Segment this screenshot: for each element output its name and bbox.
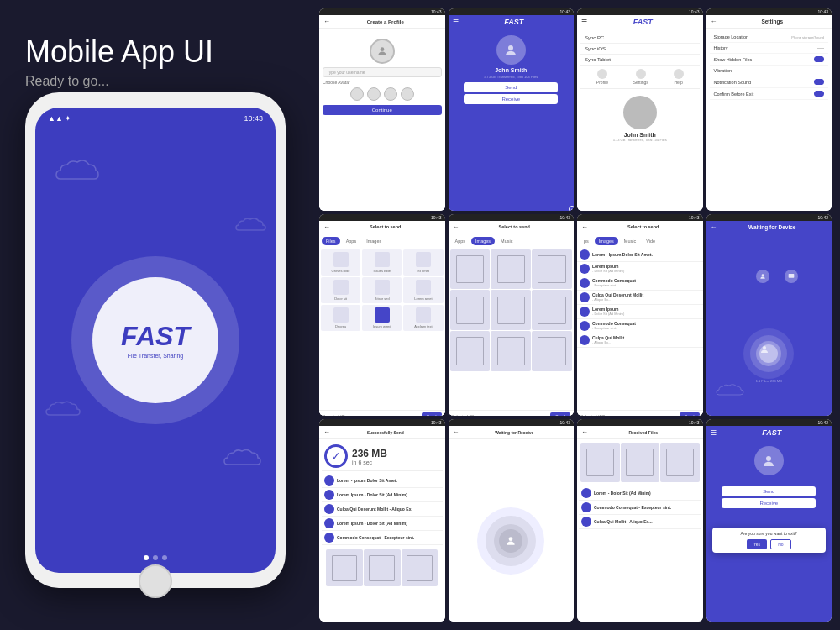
s6-send-button[interactable]: Send	[550, 412, 570, 416]
settings-hidden-toggle[interactable]	[814, 56, 824, 62]
sync-nav-help[interactable]: Help	[674, 69, 684, 85]
s5-file-5[interactable]: Bitsur sed	[362, 277, 402, 303]
s7-music-1[interactable]: Lorem - Ipsum Dolor Sit Amet.	[577, 248, 703, 262]
s11-back-icon[interactable]: ←	[581, 428, 588, 436]
screen-waiting-receive: 10:43 ← Waiting for Receive	[449, 419, 575, 622]
s7-music-7[interactable]: Culpa Qui Mollit - Aliqup Ex...	[577, 333, 703, 348]
s5-tab-files[interactable]: Files	[322, 237, 340, 245]
s12-yes-button[interactable]: Yes	[747, 539, 767, 549]
s7-music-2[interactable]: Lorem Ipsum - Dolor Sit (Ad Minim)	[577, 262, 703, 276]
s7-music-3[interactable]: Commodo Consequat - Excepteur sint.	[577, 276, 703, 291]
s1-avatar	[370, 39, 395, 64]
s7-music-text-4: Culpa Qui Deserunt Mollit - Aliquo Ex...	[592, 292, 701, 302]
s12-menu-icon[interactable]: ☰	[711, 429, 717, 437]
s7-music-icon-1	[580, 249, 590, 260]
s6-img-2[interactable]	[491, 249, 531, 290]
s6-img-5[interactable]	[491, 290, 531, 330]
s7-back-icon[interactable]: ←	[581, 223, 588, 231]
s6-img-7[interactable]	[450, 331, 491, 371]
sync-pc[interactable]: Sync PC	[580, 33, 700, 44]
s5-file-8[interactable]: Ipsum wired	[362, 305, 402, 331]
s7-send-button[interactable]: Send	[680, 412, 700, 416]
s7-tab-music[interactable]: Music	[620, 237, 640, 245]
s6-body: Apps Images Music Selected (8) Send	[449, 234, 575, 417]
s5-send-button[interactable]: Send	[422, 412, 442, 416]
s6-img-8[interactable]	[491, 331, 531, 371]
s7-music-5[interactable]: Lorem Ipsum - Dolor Sit (Ad Minim)	[577, 305, 703, 319]
s5-file-2[interactable]: Issues Bide	[362, 249, 402, 276]
settings-confirm-exit[interactable]: Confirm Before Exit	[710, 88, 829, 100]
settings-history[interactable]: History	[710, 43, 829, 54]
settings-storage[interactable]: Storage Location Phone storage/Sound	[710, 32, 829, 43]
s1-back-icon[interactable]: ←	[323, 18, 330, 25]
settings-history-label: History	[714, 45, 728, 50]
sync-profile-name: John Smith	[624, 132, 656, 138]
s7-tab-images[interactable]: Images	[595, 237, 618, 245]
s6-tabs: Apps Images Music	[449, 234, 575, 248]
s6-img-9[interactable]	[532, 331, 572, 371]
s5-file-9[interactable]: Acclaim text	[403, 305, 443, 331]
s7-music-text-7: Culpa Qui Mollit - Aliqup Ex...	[592, 335, 701, 344]
s5-file-4[interactable]: Dolor sit	[321, 277, 360, 303]
sync-settings-icon	[636, 69, 646, 79]
s1-avatar-opt-1[interactable]	[350, 87, 364, 101]
s7-tab-video[interactable]: Vide	[642, 237, 659, 245]
s5-file-7[interactable]: Dr grau	[321, 305, 360, 331]
s7-tab-ps[interactable]: ps	[580, 237, 593, 245]
settings-notification-toggle[interactable]	[814, 79, 824, 85]
sync-tablet[interactable]: Sync Tablet	[580, 55, 700, 66]
s6-tab-images[interactable]: Images	[471, 237, 495, 245]
s6-tab-music[interactable]: Music	[496, 237, 517, 245]
s6-back-icon[interactable]: ←	[453, 223, 459, 231]
s6-bottom-bar: Selected (8) Send	[449, 410, 575, 416]
s4-back-icon[interactable]: ←	[711, 18, 717, 25]
s6-tab-apps[interactable]: Apps	[451, 237, 470, 245]
sync-nav-profile[interactable]: Profile	[596, 69, 608, 85]
s8-circles	[743, 328, 794, 379]
s1-avatar-opt-4[interactable]	[401, 87, 414, 101]
s11-item-3: Culpa Qui Mollit - Aliquo Ex...	[579, 515, 701, 529]
sync-nav-settings[interactable]: Settings	[633, 69, 648, 85]
s5-back-icon[interactable]: ←	[323, 223, 330, 231]
s1-avatar-opt-2[interactable]	[367, 87, 381, 101]
s3-menu-icon[interactable]: ☰	[581, 18, 587, 26]
s2-menu-icon[interactable]: ☰	[453, 18, 459, 26]
s1-avatar-opt-3[interactable]	[384, 87, 397, 101]
s2-username: John Smith	[495, 67, 527, 73]
s2-status-bar: 10:43	[449, 8, 575, 15]
s6-img-3[interactable]	[532, 249, 572, 290]
s6-img-1[interactable]	[450, 249, 491, 290]
s7-music-text-2: Lorem Ipsum - Dolor Sit (Ad Minim)	[592, 264, 701, 273]
s6-img-6[interactable]	[532, 290, 572, 330]
s6-img-4[interactable]	[450, 290, 491, 330]
s7-music-6[interactable]: Commodo Consequat - Excepteur sint.	[577, 319, 703, 333]
s1-avatar-section	[323, 39, 442, 64]
s8-back-icon[interactable]: ←	[711, 223, 717, 231]
s2-receive-button[interactable]: Receive	[464, 94, 558, 104]
s12-status-bar: 10:42	[706, 419, 832, 426]
s12-send-button[interactable]: Send	[722, 486, 816, 496]
s10-back-icon[interactable]: ←	[453, 428, 459, 436]
s5-file-6[interactable]: Lorem amet	[403, 277, 443, 303]
sync-profile-icon	[597, 69, 607, 79]
settings-vibration[interactable]: Vibration	[710, 66, 829, 76]
s5-file-1[interactable]: Groves Bide	[321, 249, 360, 276]
s7-music-4[interactable]: Culpa Qui Deserunt Mollit - Aliquo Ex...	[577, 291, 703, 305]
s5-tab-images[interactable]: Images	[362, 237, 386, 245]
s9-item-5: Commodo Consequat - Excepteur sint.	[322, 531, 443, 545]
sync-ios[interactable]: Sync iOS	[580, 44, 700, 55]
s12-no-button[interactable]: No	[770, 539, 790, 549]
s2-send-button[interactable]: Send	[464, 82, 558, 92]
s11-time: 10:43	[689, 420, 700, 425]
settings-notification[interactable]: Notification Sound	[710, 76, 829, 88]
s5-file-3[interactable]: St amet	[403, 249, 443, 276]
s5-tab-apps[interactable]: Apps	[342, 237, 361, 245]
settings-hidden-files[interactable]: Show Hidden Files	[710, 54, 829, 66]
s12-receive-button[interactable]: Receive	[722, 498, 816, 508]
s5-file-grid: Groves Bide Issues Bide St amet Dolor si…	[319, 248, 445, 333]
s9-back-icon[interactable]: ←	[323, 428, 330, 436]
s1-continue-button[interactable]: Continue	[323, 105, 442, 115]
phone-home-button[interactable]	[139, 564, 172, 598]
settings-confirm-toggle[interactable]	[814, 91, 824, 97]
s1-username-input[interactable]: Type your username	[323, 67, 442, 77]
